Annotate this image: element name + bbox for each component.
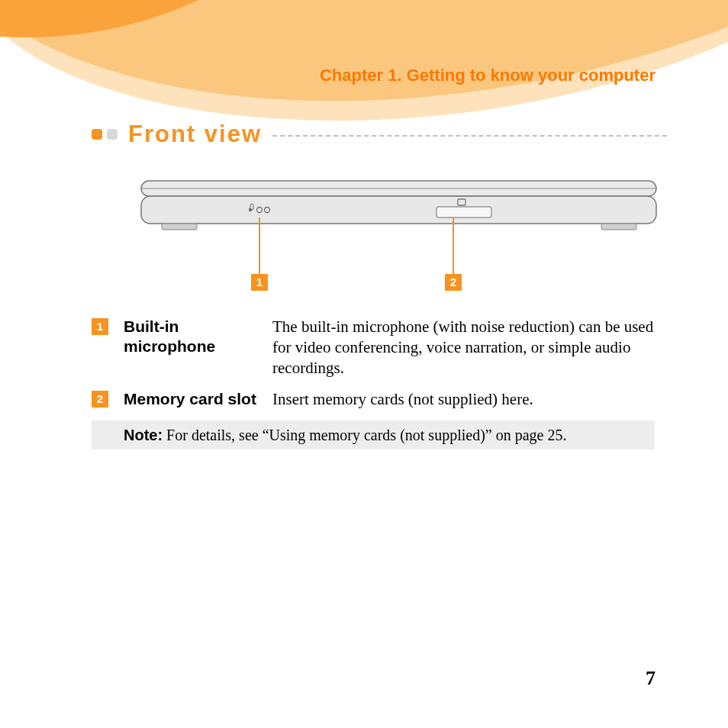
- chapter-title: Chapter 1. Getting to know your computer: [320, 66, 656, 85]
- item-term: Memory card slot: [124, 389, 272, 409]
- item-number: 1: [92, 318, 108, 335]
- divider-dashed: [272, 135, 667, 137]
- note-box: Note: For details, see “Using memory car…: [92, 420, 655, 449]
- item-term: Built-in microphone: [124, 317, 272, 357]
- section-title: Front view: [128, 121, 262, 148]
- note-text: For details, see “Using memory cards (no…: [163, 427, 566, 443]
- item-definition: Insert memory cards (not supplied) here.: [272, 389, 655, 410]
- list-item: 1 Built-in microphone The built-in micro…: [92, 317, 655, 378]
- callout-marker-1: 1: [251, 274, 268, 291]
- item-definition: The built-in microphone (with noise redu…: [272, 317, 655, 378]
- item-number: 2: [92, 391, 108, 407]
- bullet-icon: [92, 129, 102, 140]
- section-header: Front view: [92, 121, 667, 148]
- description-list: 1 Built-in microphone The built-in micro…: [92, 317, 655, 449]
- callout-marker-2: 2: [445, 274, 462, 291]
- note-label: Note:: [124, 427, 163, 443]
- front-view-diagram: 1 2: [137, 179, 660, 286]
- page-number: 7: [646, 667, 656, 690]
- bullet-icon: [107, 129, 118, 140]
- list-item: 2 Memory card slot Insert memory cards (…: [92, 389, 655, 410]
